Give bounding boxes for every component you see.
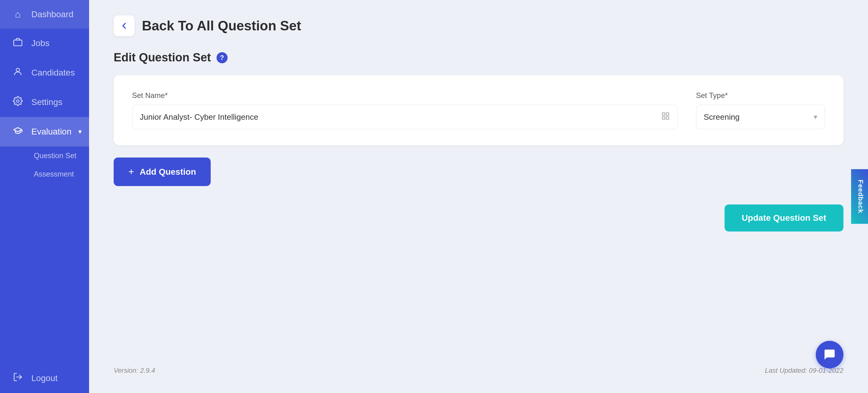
add-question-label: Add Question [140, 167, 196, 177]
plus-icon: + [128, 166, 134, 177]
svg-point-2 [17, 100, 19, 102]
sidebar-item-assessment[interactable]: Assessment [34, 165, 89, 183]
set-type-label: Set Type* [696, 91, 825, 100]
sidebar-item-evaluation[interactable]: Evaluation ▾ [0, 117, 89, 146]
home-icon: ⌂ [11, 9, 25, 20]
sidebar-label-logout: Logout [31, 373, 58, 383]
sidebar-item-dashboard[interactable]: ⌂ Dashboard [0, 0, 89, 29]
chevron-down-icon: ▾ [78, 128, 82, 136]
jobs-icon [11, 37, 25, 50]
version-text: Version: 2.9.4 [114, 367, 155, 374]
logout-icon [11, 372, 25, 384]
set-name-group: Set Name* [132, 91, 678, 129]
sidebar-item-jobs[interactable]: Jobs [0, 29, 89, 58]
back-row: Back To All Question Set [114, 15, 843, 36]
add-question-button[interactable]: + Add Question [114, 158, 211, 186]
svg-rect-7 [666, 117, 669, 119]
footer: Version: 2.9.4 Last Updated: 09-01-2022 [114, 354, 843, 374]
candidates-icon [11, 67, 25, 79]
sidebar: ⌂ Dashboard Jobs Candidates Settings [0, 0, 89, 393]
help-icon[interactable]: ? [217, 52, 227, 63]
update-row: Update Question Set [114, 204, 843, 231]
form-card: Set Name* Set Type* Screening ▾ [114, 75, 843, 145]
set-name-input-wrapper[interactable] [132, 105, 678, 129]
select-arrow-icon: ▾ [814, 113, 817, 121]
back-button[interactable] [114, 15, 134, 36]
sidebar-item-settings[interactable]: Settings [0, 88, 89, 117]
sidebar-label-jobs: Jobs [31, 38, 50, 48]
set-type-group: Set Type* Screening ▾ [696, 91, 825, 129]
set-name-input[interactable] [140, 112, 661, 122]
svg-rect-4 [662, 113, 665, 115]
sidebar-item-question-set[interactable]: Question Set [34, 146, 89, 165]
sidebar-label-dashboard: Dashboard [31, 9, 73, 19]
svg-point-1 [16, 68, 20, 71]
main-content: Back To All Question Set Edit Question S… [89, 0, 868, 393]
form-row: Set Name* Set Type* Screening ▾ [132, 91, 825, 129]
sidebar-label-settings: Settings [31, 97, 62, 107]
set-type-select[interactable]: Screening ▾ [696, 105, 825, 129]
settings-icon [11, 96, 25, 108]
chat-icon [823, 348, 836, 361]
set-type-value: Screening [704, 112, 740, 122]
page-title: Edit Question Set [114, 51, 211, 64]
page-title-row: Edit Question Set ? [114, 51, 843, 64]
evaluation-submenu: Question Set Assessment [0, 146, 89, 183]
sidebar-label-evaluation: Evaluation [31, 127, 71, 137]
svg-rect-0 [14, 40, 22, 46]
feedback-tab[interactable]: Feedback [851, 169, 868, 224]
set-name-label: Set Name* [132, 91, 678, 100]
grid-icon [661, 112, 670, 123]
svg-rect-6 [662, 117, 665, 119]
svg-rect-5 [666, 113, 669, 115]
chat-button[interactable] [816, 341, 843, 368]
sidebar-label-candidates: Candidates [31, 68, 75, 78]
sidebar-item-logout[interactable]: Logout [0, 363, 89, 393]
sidebar-item-candidates[interactable]: Candidates [0, 58, 89, 88]
update-question-set-button[interactable]: Update Question Set [724, 204, 843, 231]
back-title: Back To All Question Set [142, 18, 301, 33]
evaluation-icon [11, 126, 25, 138]
